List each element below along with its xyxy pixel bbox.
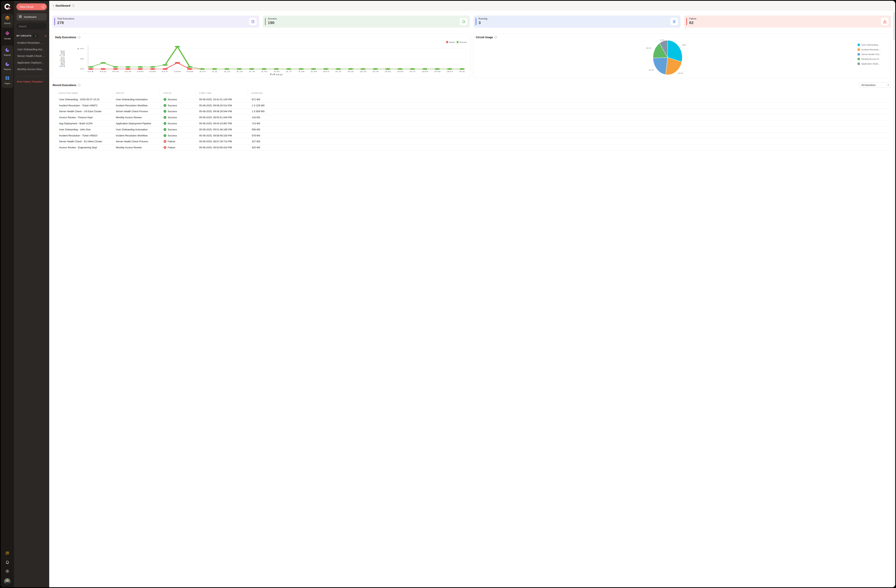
svg-text:07: 07	[162, 71, 168, 73]
circuit-list-item[interactable]: Server Health Check ...	[17, 53, 47, 59]
rail-label: Circuits	[4, 38, 11, 40]
svg-text:18: 18	[298, 71, 299, 73]
stat-card-success[interactable]: Success 190	[263, 15, 299, 27]
dashboard-item-label: Dashboard	[24, 15, 37, 18]
rail-label: Boards	[4, 22, 11, 24]
svg-text:09: 09	[186, 71, 193, 73]
circuit-list-item[interactable]: Incident Resolution ...	[17, 40, 47, 46]
my-circuits-header: MY CIRCUITS 15	[17, 34, 47, 38]
svg-text:12: 12	[224, 71, 230, 73]
table-row[interactable]: User Onboarding - 2025-05-07 10:15 User …	[55, 96, 299, 103]
svg-text:10: 10	[199, 71, 206, 73]
new-circuit-label: New Circuit	[20, 5, 34, 8]
table-row[interactable]: Server Health Check - EU-West Cluster Se…	[55, 139, 299, 145]
status-icon	[163, 104, 166, 107]
page-header: ‹ Dashboard i	[49, 1, 299, 11]
sidebar-item-reports-1[interactable]: Reports	[4, 47, 11, 56]
daily-executions-card: Daily Executions i FailureSuccess 051001…	[52, 33, 299, 78]
col-execution-name: EXECUTION NAME	[55, 90, 112, 96]
table-row[interactable]: Incident Resolution - Ticket #45810 Inci…	[55, 133, 299, 139]
dashboard-grid-icon	[19, 15, 22, 19]
daily-executions-chart: 0510010203040506070809101112131415161718…	[55, 41, 299, 76]
circuits-icon	[5, 31, 10, 36]
col-status: STATUS	[160, 90, 195, 96]
sidebar-item-boards[interactable]: Boards	[4, 15, 11, 24]
app-logo-icon[interactable]	[4, 3, 11, 11]
svg-text:17: 17	[285, 71, 292, 73]
sidebar-item-dashboard[interactable]: Dashboard	[17, 13, 47, 20]
svg-text:03: 03	[112, 71, 119, 73]
col-start-time: START TIME	[195, 90, 248, 96]
svg-text:16: 16	[273, 71, 280, 73]
svg-text:05: 05	[137, 71, 144, 73]
svg-text:06: 06	[149, 71, 156, 73]
svg-text:04: 04	[125, 71, 131, 73]
sidebar-item-reports-2[interactable]: Reports	[4, 61, 11, 70]
svg-text:May: May	[270, 73, 283, 76]
table-body: User Onboarding - 2025-05-07 10:15 User …	[55, 96, 299, 150]
collapse-sidebar-chevron-icon[interactable]: ‹	[52, 4, 56, 8]
plus-icon: +	[41, 5, 45, 9]
info-icon[interactable]: i	[72, 5, 75, 7]
rail-block-bottom: Reports Reports	[2, 46, 13, 88]
table-row[interactable]: User Onboarding - John Doe User Onboardi…	[55, 126, 299, 133]
status-icon	[163, 116, 166, 119]
svg-text:10: 10	[76, 48, 84, 50]
page-title: Dashboard	[56, 4, 70, 7]
executions-table: EXECUTION NAME CIRCUIT STATUS START TIME…	[55, 90, 299, 150]
circuit-list-item[interactable]: User Onboarding Aut...	[17, 46, 47, 53]
status-icon	[163, 110, 166, 113]
table-row[interactable]: Server Health Check - US-East Cluster Se…	[55, 109, 299, 115]
boards-icon	[5, 15, 10, 21]
svg-text:0: 0	[80, 68, 84, 70]
search-box[interactable]	[17, 23, 47, 29]
rail-label: Reports	[4, 54, 11, 56]
svg-text:5: 5	[80, 58, 84, 60]
stat-card-total-executions[interactable]: Total Executions 278	[52, 15, 259, 27]
search-input[interactable]	[19, 25, 52, 28]
circuit-list-item[interactable]: Application Deploym...	[17, 59, 47, 66]
pages-icon	[5, 76, 10, 81]
main-content: ‹ Dashboard i Total Executions 278	[49, 1, 299, 196]
sidebar-panel: New Circuit + Dashboard	[14, 1, 49, 196]
my-circuits-count-badge: 15	[33, 34, 38, 37]
col-circuit: CIRCUIT	[112, 90, 160, 96]
new-circuit-button[interactable]: New Circuit +	[17, 3, 47, 10]
stat-label: Success	[268, 17, 299, 20]
info-icon[interactable]: i	[78, 36, 81, 39]
status-icon	[163, 122, 166, 125]
table-row[interactable]: Incident Resolution - Ticket #45672 Inci…	[55, 103, 299, 109]
accent-bar	[265, 18, 266, 25]
circuit-list-item[interactable]: Monthly Access Revi...	[17, 66, 47, 73]
col-duration: DURATION	[248, 90, 299, 96]
reports-pie-icon	[5, 61, 10, 67]
table-row[interactable]: Access Review - Finance Dept Monthly Acc…	[55, 114, 299, 120]
table-header-row: EXECUTION NAME CIRCUIT STATUS START TIME…	[55, 90, 299, 96]
svg-text:11: 11	[212, 71, 218, 73]
daily-executions-title: Daily Executions	[55, 36, 76, 39]
info-icon[interactable]: i	[78, 84, 81, 87]
rail-block-top: Boards	[2, 14, 13, 28]
svg-text:15: 15	[261, 71, 267, 73]
sidebar-item-circuits[interactable]: Circuits	[4, 31, 11, 40]
chevron-down-icon[interactable]	[45, 34, 47, 38]
reports-pie-icon	[5, 47, 10, 53]
stat-cards-row: Total Executions 278 Success 190	[52, 15, 299, 27]
stat-label: Total Executions	[57, 17, 259, 20]
svg-text:01: 01	[87, 71, 94, 73]
stat-value: 190	[268, 20, 299, 25]
app-window: Boards Circuits	[1, 1, 299, 196]
stat-value: 278	[57, 20, 259, 25]
icon-rail: Boards Circuits	[1, 1, 14, 196]
more-gallery-templates-link[interactable]: More Gallery Templates	[17, 80, 47, 83]
svg-text:14: 14	[248, 71, 255, 73]
table-row[interactable]: Access Review - Engineering Dept Monthly…	[55, 144, 299, 150]
status-icon	[163, 134, 166, 137]
svg-text:02: 02	[100, 71, 107, 73]
sidebar-item-pages[interactable]: Pages	[5, 76, 10, 85]
table-row[interactable]: App Deployment - Build #1204 Application…	[55, 120, 299, 126]
executions-list-icon	[249, 18, 257, 25]
accent-bar	[54, 18, 55, 25]
svg-text:Execution Count: Execution Count	[58, 50, 66, 67]
rail-label: Reports	[4, 68, 11, 70]
